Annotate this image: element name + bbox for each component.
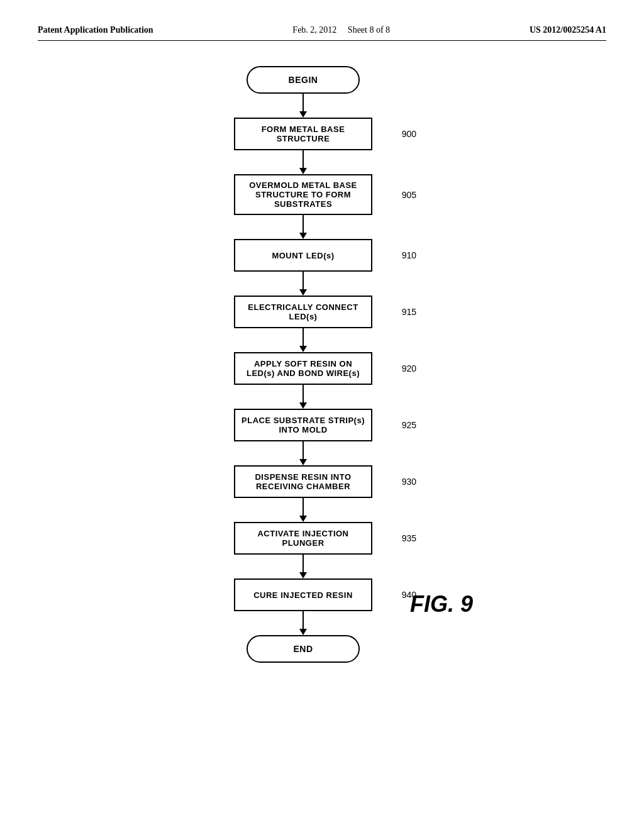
arrow-6 bbox=[299, 385, 307, 409]
process-910: MOUNT LED(s) bbox=[234, 239, 372, 272]
step-label-930: 930 bbox=[402, 477, 416, 487]
process-940: CURE INJECTED RESIN bbox=[234, 578, 372, 611]
process-925: PLACE SUBSTRATE STRIP(s)INTO MOLD bbox=[234, 409, 372, 441]
step-label-925: 925 bbox=[402, 420, 416, 430]
arrow-10 bbox=[299, 611, 307, 635]
terminal-end: END bbox=[247, 635, 360, 663]
node-915: ELECTRICALLY CONNECTLED(s) 915 bbox=[234, 296, 372, 328]
pub-date: Feb. 2, 2012 bbox=[292, 25, 336, 35]
step-label-905: 905 bbox=[402, 190, 416, 200]
arrow-1 bbox=[299, 94, 307, 118]
step-label-920: 920 bbox=[402, 363, 416, 374]
node-905: OVERMOLD METAL BASESTRUCTURE TO FORMSUBS… bbox=[234, 174, 372, 215]
sheet-info: Sheet 8 of 8 bbox=[348, 25, 390, 35]
node-910: MOUNT LED(s) 910 bbox=[234, 239, 372, 272]
patent-number: US 2012/0025254 A1 bbox=[530, 25, 606, 35]
process-900: FORM METAL BASESTRUCTURE bbox=[234, 118, 372, 150]
publication-label: Patent Application Publication bbox=[38, 25, 153, 35]
figure-label: FIG. 9 bbox=[410, 591, 473, 617]
process-920: APPLY SOFT RESIN ONLED(s) AND BOND WIRE(… bbox=[234, 352, 372, 385]
page: Patent Application Publication Feb. 2, 2… bbox=[0, 0, 644, 830]
node-930: DISPENSE RESIN INTORECEIVING CHAMBER 930 bbox=[234, 465, 372, 498]
arrow-8 bbox=[299, 498, 307, 522]
node-end: END bbox=[247, 635, 360, 663]
arrow-9 bbox=[299, 555, 307, 578]
process-905: OVERMOLD METAL BASESTRUCTURE TO FORMSUBS… bbox=[234, 174, 372, 215]
step-label-910: 910 bbox=[402, 250, 416, 260]
page-header: Patent Application Publication Feb. 2, 2… bbox=[38, 25, 606, 41]
step-label-935: 935 bbox=[402, 533, 416, 543]
node-935: ACTIVATE INJECTIONPLUNGER 935 bbox=[234, 522, 372, 555]
node-900: FORM METAL BASESTRUCTURE 900 bbox=[234, 118, 372, 150]
terminal-begin: BEGIN bbox=[247, 66, 360, 94]
arrow-4 bbox=[299, 272, 307, 296]
process-935: ACTIVATE INJECTIONPLUNGER bbox=[234, 522, 372, 555]
date-sheet-info: Feb. 2, 2012 Sheet 8 of 8 bbox=[292, 25, 390, 35]
step-label-915: 915 bbox=[402, 307, 416, 317]
step-label-900: 900 bbox=[402, 129, 416, 139]
process-930: DISPENSE RESIN INTORECEIVING CHAMBER bbox=[234, 465, 372, 498]
process-915: ELECTRICALLY CONNECTLED(s) bbox=[234, 296, 372, 328]
arrow-7 bbox=[299, 441, 307, 465]
arrow-2 bbox=[299, 150, 307, 174]
arrow-3 bbox=[299, 215, 307, 239]
node-925: PLACE SUBSTRATE STRIP(s)INTO MOLD 925 bbox=[234, 409, 372, 441]
node-940: CURE INJECTED RESIN 940 FIG. 9 bbox=[234, 578, 372, 611]
flowchart: BEGIN FORM METAL BASESTRUCTURE 900 OVERM… bbox=[19, 66, 587, 663]
arrow-5 bbox=[299, 328, 307, 352]
node-begin: BEGIN bbox=[247, 66, 360, 94]
node-920: APPLY SOFT RESIN ONLED(s) AND BOND WIRE(… bbox=[234, 352, 372, 385]
